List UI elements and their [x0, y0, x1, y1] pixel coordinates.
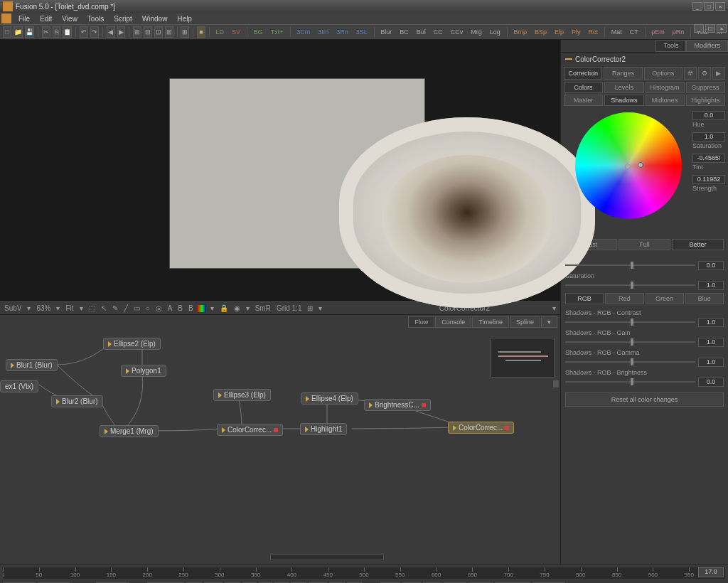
node-brightness[interactable]: BrightnessC...	[364, 399, 431, 411]
node-colorcorrec1[interactable]: ColorCorrec...	[217, 424, 283, 436]
a-button[interactable]: A	[166, 304, 174, 312]
menu-script[interactable]: Script	[109, 14, 136, 23]
wheel-handle-tint[interactable]	[638, 162, 643, 168]
sat2-slider[interactable]	[565, 284, 695, 286]
reset-button[interactable]: Reset all color changes	[565, 392, 724, 407]
tint-full[interactable]: Full	[619, 239, 670, 250]
tool-bol[interactable]: Bol	[414, 26, 429, 38]
tool-log[interactable]: Log	[487, 26, 503, 38]
prev-button[interactable]: ◀	[107, 26, 115, 38]
master-subtab[interactable]: Master	[564, 95, 603, 106]
scope-icon[interactable]: ◉	[232, 304, 242, 312]
tool-ply[interactable]: Ply	[569, 26, 584, 38]
menu-tools[interactable]: Tools	[83, 14, 108, 23]
flow-menu-icon[interactable]: ▾	[541, 316, 557, 328]
tool-txt[interactable]: Txt+	[268, 26, 287, 38]
redo-button[interactable]: ↷	[90, 26, 99, 38]
tool-3cm[interactable]: 3Cm	[294, 26, 313, 38]
copy-button[interactable]: ⎘	[53, 26, 61, 38]
layout5-button[interactable]: ⊞	[181, 26, 189, 38]
viewer-panel[interactable]	[0, 40, 560, 301]
console-tab[interactable]: Console	[435, 316, 471, 328]
b2-button[interactable]: B	[187, 304, 195, 312]
cut-button[interactable]: ✂	[42, 26, 50, 38]
tool-rct[interactable]: Rct	[586, 26, 601, 38]
correction-tab[interactable]: Correction	[564, 67, 602, 80]
wheel-handle-center[interactable]	[625, 164, 631, 169]
modifiers-tab[interactable]: Modifiers	[686, 40, 728, 52]
node-vtx[interactable]: ex1 (Vtx)	[0, 380, 38, 392]
tool-pointer-icon[interactable]: ⬚	[87, 304, 97, 312]
next-button[interactable]: ▶	[117, 26, 126, 38]
doc-maximize-button[interactable]: □	[705, 24, 715, 33]
tool-ellipse-icon[interactable]: ○	[144, 304, 151, 312]
brightness-slider[interactable]	[565, 381, 695, 383]
tool-bc[interactable]: BC	[397, 26, 412, 38]
rgb-tab[interactable]: RGB	[565, 293, 604, 304]
grid-label[interactable]: Grid 1:1	[275, 304, 304, 312]
node-ellipse3[interactable]: Ellipse3 (Elp)	[213, 389, 271, 401]
spline-tab[interactable]: Spline	[510, 316, 540, 328]
colors-subtab[interactable]: Colors	[564, 82, 603, 93]
timeline-ruler[interactable]: 0501001502002503003504004505005506006507…	[0, 565, 728, 580]
node-colorcorrec2[interactable]: ColorCorrec...	[448, 422, 514, 434]
tool-cc[interactable]: CC	[431, 26, 446, 38]
maximize-button[interactable]: □	[704, 2, 714, 11]
blue-tab[interactable]: Blue	[685, 293, 724, 304]
paste-button[interactable]: 📋	[63, 26, 72, 38]
tools-tab[interactable]: Tools	[655, 40, 686, 52]
zoom-value[interactable]: 63%	[35, 304, 52, 312]
b-button[interactable]: B	[176, 304, 184, 312]
highlights-subtab[interactable]: Highlights	[686, 95, 725, 106]
flow-tab[interactable]: Flow	[408, 316, 434, 328]
node-blur1[interactable]: Blur1 (Blur)	[6, 359, 58, 371]
contrast-value[interactable]: 1.0	[698, 318, 724, 327]
hue-value[interactable]: 0.0	[692, 111, 725, 120]
gamma-slider[interactable]	[565, 361, 695, 363]
tool-rect-icon[interactable]: ▭	[132, 304, 141, 312]
brightness-value[interactable]: 0.0	[698, 378, 724, 387]
tool-3rn[interactable]: 3Rn	[333, 26, 351, 38]
node-merge1[interactable]: Merge1 (Mrg)	[100, 425, 159, 437]
layout4-button[interactable]: ⊞	[165, 26, 173, 38]
gain-slider[interactable]	[565, 341, 695, 343]
tool-ld[interactable]: LD	[213, 26, 228, 38]
flow-panel[interactable]: Flow Console Timeline Spline ▾	[0, 314, 560, 565]
current-frame[interactable]: 17.0	[698, 567, 724, 577]
strength-value[interactable]: 0.11982	[692, 175, 725, 184]
tool-bg[interactable]: BG	[251, 26, 266, 38]
lock-icon[interactable]: 🔒	[218, 304, 230, 312]
tool-blur[interactable]: Blur	[378, 26, 395, 38]
tool-mrg[interactable]: Mrg	[468, 26, 485, 38]
shadows-subtab[interactable]: Shadows	[604, 95, 643, 106]
suppress-subtab[interactable]: Suppress	[686, 82, 725, 93]
menu-file[interactable]: File	[14, 14, 34, 23]
node-ellipse4[interactable]: Ellipse4 (Elp)	[301, 392, 358, 405]
ranges-tab[interactable]: Ranges	[604, 67, 642, 80]
flow-hscrollbar[interactable]	[270, 555, 384, 560]
doc-close-button[interactable]: ×	[717, 24, 727, 33]
smr-label[interactable]: SmR	[254, 304, 272, 312]
ruler-icon[interactable]: ⊞	[306, 304, 314, 312]
radioactive-icon[interactable]: ☢	[684, 67, 697, 80]
options-tab[interactable]: Options	[644, 67, 682, 80]
open-button[interactable]: 📁	[14, 26, 23, 38]
node-blur2[interactable]: Blur2 (Blur)	[51, 395, 103, 407]
levels-subtab[interactable]: Levels	[604, 82, 643, 93]
tool-ccv[interactable]: CCv	[448, 26, 466, 38]
minimize-button[interactable]: _	[692, 2, 702, 11]
fit-button[interactable]: Fit	[64, 304, 75, 312]
tool-elp[interactable]: Elp	[552, 26, 567, 38]
tool-mat[interactable]: Mat	[609, 26, 625, 38]
tool-line-icon[interactable]: ╱	[122, 304, 129, 312]
new-button[interactable]: □	[3, 26, 11, 38]
tool-3sl[interactable]: 3SL	[353, 26, 370, 38]
close-button[interactable]: ×	[715, 2, 725, 11]
tool-bmp[interactable]: Bmp	[511, 26, 530, 38]
layout2-button[interactable]: ⊟	[144, 26, 152, 38]
color-wheel[interactable]	[575, 112, 682, 219]
hue2-value[interactable]: 0.0	[698, 261, 724, 270]
subv-label[interactable]: SubV	[3, 304, 23, 312]
tool-move-icon[interactable]: ↖	[100, 304, 108, 312]
histogram-subtab[interactable]: Histogram	[646, 82, 685, 93]
